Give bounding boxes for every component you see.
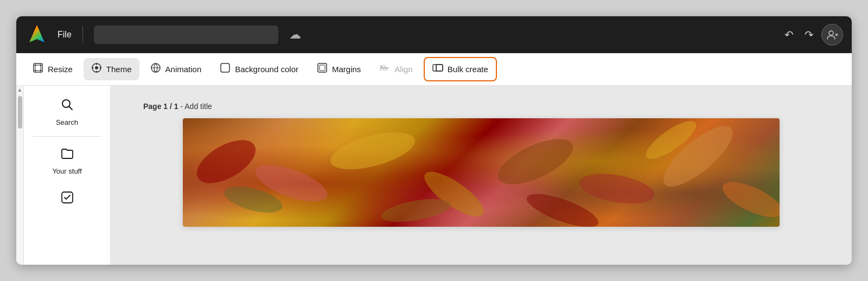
theme-icon [91, 62, 102, 76]
svg-point-36 [577, 169, 657, 209]
background-color-button[interactable]: Background color [212, 58, 306, 80]
svg-point-38 [718, 175, 780, 225]
svg-point-14 [95, 71, 97, 73]
bulk-create-button[interactable]: Bulk create [424, 57, 497, 81]
margins-icon [317, 62, 328, 76]
topbar-divider [82, 26, 83, 43]
svg-point-33 [327, 125, 418, 177]
sidebar-item-search[interactable]: Search [35, 90, 100, 134]
background-color-label: Background color [235, 65, 298, 74]
svg-point-6 [35, 65, 36, 66]
undo-button[interactable]: ↶ [781, 25, 797, 44]
brand-icon [60, 190, 74, 208]
page-info: Page 1 / 1 - Add title [143, 102, 212, 111]
sidebar-item-brand[interactable] [35, 183, 100, 219]
canvas-frame[interactable] [183, 118, 780, 227]
canvas-area: Page 1 / 1 - Add title [111, 86, 852, 265]
document-title-input[interactable] [94, 25, 278, 44]
animation-icon [150, 62, 161, 76]
svg-rect-19 [318, 63, 327, 72]
svg-point-1 [829, 31, 833, 35]
animation-label: Animation [165, 65, 202, 74]
redo-button[interactable]: ↷ [801, 25, 817, 44]
add-user-button[interactable] [821, 24, 843, 46]
page-separator: - [178, 102, 185, 111]
svg-marker-0 [29, 25, 44, 42]
app-logo [25, 22, 49, 48]
svg-point-15 [92, 67, 93, 69]
page-number: Page 1 / 1 [143, 102, 178, 111]
margins-label: Margins [332, 65, 361, 74]
svg-rect-20 [320, 65, 325, 71]
svg-point-31 [190, 131, 263, 192]
svg-point-9 [40, 70, 42, 72]
theme-button[interactable]: Theme [84, 58, 139, 80]
toolbar: Resize Theme [16, 53, 852, 86]
resize-label: Resize [48, 65, 73, 74]
svg-rect-18 [221, 63, 229, 72]
scrollbar-thumb[interactable] [18, 96, 22, 129]
cloud-sync-icon[interactable]: ☁ [289, 28, 301, 42]
resize-icon [33, 62, 43, 76]
add-title-link[interactable]: Add title [184, 102, 212, 111]
svg-point-12 [95, 63, 97, 65]
theme-label: Theme [106, 65, 132, 74]
align-icon [379, 62, 390, 76]
sidebar-item-search-label: Search [56, 118, 78, 126]
svg-rect-26 [436, 65, 443, 71]
align-button[interactable]: Align [372, 58, 420, 80]
svg-rect-5 [35, 65, 41, 71]
search-icon [60, 98, 74, 115]
topbar-actions: ↶ ↷ [781, 24, 843, 46]
svg-point-7 [40, 65, 42, 66]
svg-point-11 [95, 66, 98, 69]
svg-rect-24 [383, 68, 387, 70]
folder-icon [60, 146, 74, 164]
svg-line-29 [69, 107, 72, 110]
margins-button[interactable]: Margins [309, 58, 368, 80]
background-color-icon [220, 62, 231, 76]
align-label: Align [394, 65, 412, 74]
sidebar-container: ▲ Search [16, 86, 111, 265]
scroll-up-arrow[interactable]: ▲ [17, 87, 23, 93]
sidebar: Search Your stuff [24, 86, 111, 265]
animation-button[interactable]: Animation [143, 58, 209, 80]
resize-button[interactable]: Resize [25, 58, 80, 80]
topbar: File ☁ ↶ ↷ [16, 16, 852, 53]
svg-point-13 [99, 67, 101, 69]
scrollbar[interactable]: ▲ [16, 86, 24, 265]
svg-point-35 [492, 130, 579, 194]
bulk-create-label: Bulk create [448, 65, 488, 74]
svg-point-8 [35, 70, 36, 72]
sidebar-item-your-stuff[interactable]: Your stuff [35, 139, 100, 183]
bulk-create-icon [432, 62, 443, 76]
sidebar-divider-1 [33, 136, 101, 137]
file-menu[interactable]: File [58, 30, 72, 40]
sidebar-item-your-stuff-label: Your stuff [52, 167, 81, 175]
